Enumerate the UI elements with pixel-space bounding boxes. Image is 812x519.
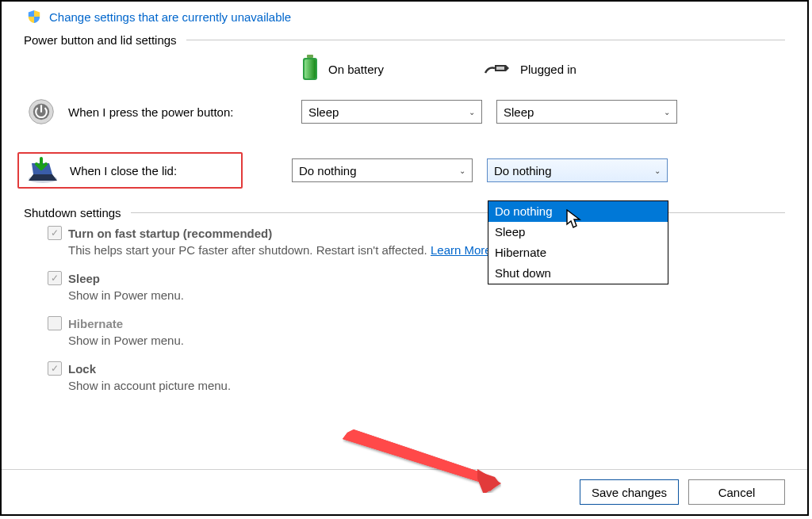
column-headers: On battery Plugged in — [24, 55, 785, 84]
battery-icon — [301, 55, 319, 84]
section-power-button-lid: Power button and lid settings — [24, 33, 785, 47]
power-button-plugged-in-select[interactable]: Sleep ⌄ — [496, 100, 677, 124]
svg-rect-0 — [307, 55, 313, 58]
chevron-down-icon: ⌄ — [664, 108, 670, 116]
footer: Save changes Cancel — [2, 469, 807, 514]
plug-icon — [484, 60, 511, 78]
hibernate-option: Hibernate Show in Power menu. — [48, 316, 745, 347]
power-button-label: When I press the power button: — [68, 105, 233, 119]
on-battery-label: On battery — [328, 63, 384, 76]
close-lid-plugged-in-select[interactable]: Do nothing ⌄ — [487, 158, 668, 182]
chevron-down-icon: ⌄ — [459, 166, 465, 175]
cancel-button[interactable]: Cancel — [688, 479, 785, 505]
svg-marker-8 — [29, 174, 57, 181]
lock-option: Lock Show in account picture menu. — [48, 361, 745, 392]
save-changes-button[interactable]: Save changes — [580, 479, 679, 505]
dropdown-item[interactable]: Hibernate — [488, 242, 668, 263]
chevron-down-icon: ⌄ — [469, 108, 475, 116]
learn-more-link[interactable]: Learn More — [431, 243, 492, 257]
change-unavailable-settings-text: Change settings that are currently unava… — [49, 10, 291, 24]
close-lid-plugged-in-dropdown: Do nothing Sleep Hibernate Shut down — [488, 200, 668, 284]
checkbox-hibernate[interactable] — [48, 316, 62, 330]
on-battery-header: On battery — [301, 55, 484, 84]
divider — [131, 212, 785, 213]
checkbox-fast-startup[interactable] — [48, 226, 62, 240]
row-power-button: When I press the power button: Sleep ⌄ S… — [24, 98, 785, 125]
row-close-lid: When I close the lid: Do nothing ⌄ Do no… — [24, 152, 785, 189]
close-lid-on-battery-select[interactable]: Do nothing ⌄ — [292, 158, 473, 182]
plugged-in-header: Plugged in — [484, 60, 666, 78]
annotation-highlight-box: When I close the lid: — [17, 152, 243, 189]
laptop-lid-icon — [25, 157, 60, 184]
power-options-panel: Change settings that are currently unava… — [0, 0, 809, 516]
dropdown-item[interactable]: Do nothing — [488, 201, 668, 222]
divider — [186, 40, 785, 40]
power-button-icon — [24, 98, 59, 125]
close-lid-label: When I close the lid: — [70, 164, 177, 177]
svg-rect-2 — [304, 59, 316, 78]
checkbox-sleep[interactable] — [48, 271, 62, 285]
dropdown-item[interactable]: Shut down — [488, 263, 668, 284]
power-button-on-battery-select[interactable]: Sleep ⌄ — [301, 100, 482, 124]
section-heading: Shutdown settings — [24, 206, 121, 219]
section-shutdown-settings: Shutdown settings — [24, 206, 785, 219]
section-heading: Power button and lid settings — [24, 33, 177, 47]
uac-shield-icon — [27, 10, 41, 24]
svg-marker-4 — [496, 67, 504, 70]
checkbox-lock[interactable] — [48, 361, 62, 376]
plugged-in-label: Plugged in — [520, 63, 576, 76]
dropdown-item[interactable]: Sleep — [488, 222, 668, 242]
chevron-down-icon: ⌄ — [654, 166, 661, 175]
change-unavailable-settings-link[interactable]: Change settings that are currently unava… — [27, 10, 785, 24]
